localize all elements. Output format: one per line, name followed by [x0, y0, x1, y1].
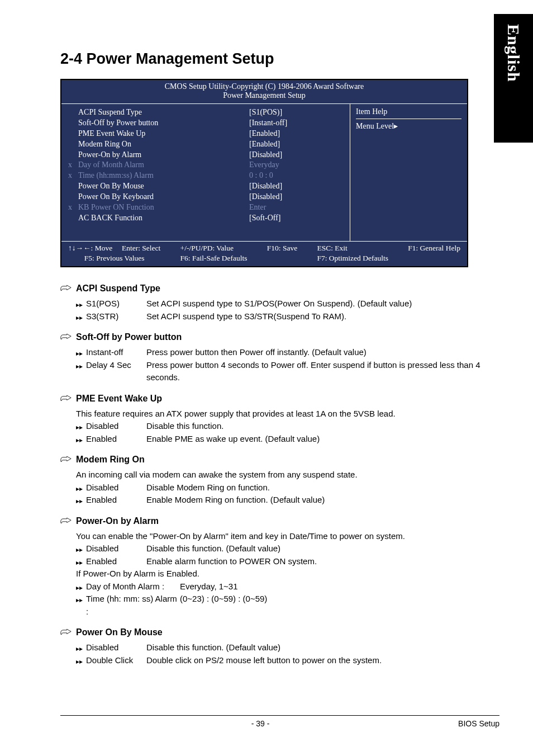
- bios-left-pane: ACPI Suspend Type[S1(POS)]Soft-Off by Po…: [61, 104, 350, 241]
- option-line: ▸▸DisabledDisable this function. (Defaul…: [76, 641, 499, 654]
- option-line: ▸▸Double ClickDouble click on PS/2 mouse…: [76, 654, 499, 667]
- bios-row-value: Everyday: [249, 160, 344, 171]
- double-arrow-icon: ▸▸: [76, 584, 83, 592]
- bios-row-value: [Enabled]: [249, 139, 344, 150]
- bios-row-value: 0 : 0 : 0: [249, 171, 344, 181]
- option-line: ▸▸Delay 4 SecPress power button 4 second…: [76, 359, 499, 384]
- bios-setting-row[interactable]: PME Event Wake Up[Enabled]: [68, 129, 344, 139]
- item-heading: Power On By Mouse: [60, 626, 499, 639]
- option-line: ▸▸EnabledEnable Modem Ring on function. …: [76, 494, 499, 507]
- item-note: You can enable the "Power-On by Alarm" i…: [76, 530, 499, 543]
- bios-setting-row[interactable]: Power On By Mouse[Disabled]: [68, 181, 344, 192]
- hand-pointer-icon: [60, 395, 72, 403]
- bios-row-value: [Disabled]: [249, 181, 344, 192]
- double-arrow-icon: ▸▸: [76, 596, 83, 604]
- option-desc: Disable this function. (Default value): [146, 641, 499, 654]
- option-desc: Double click on PS/2 mouse left button t…: [146, 654, 499, 667]
- item-heading: ACPI Suspend Type: [60, 282, 499, 295]
- bios-row-label: ACPI Suspend Type: [78, 107, 249, 118]
- double-arrow-icon: ▸▸: [76, 559, 83, 566]
- double-arrow-icon: ▸▸: [76, 645, 83, 653]
- bios-row-label: Soft-Off by Power button: [78, 118, 249, 129]
- bios-row-value: [S1(POS)]: [249, 107, 344, 118]
- bios-row-value: [Disabled]: [249, 150, 344, 160]
- bios-row-x: [68, 150, 78, 160]
- page-footer: - 39 - BIOS Setup: [60, 715, 499, 728]
- option-name: Enabled: [86, 433, 146, 446]
- double-arrow-icon: ▸▸: [76, 301, 83, 309]
- option-name: Disabled: [86, 542, 146, 555]
- option-name: Time (hh: mm: ss) Alarm :: [86, 593, 180, 618]
- bios-row-label: Power-On by Alarm: [78, 150, 249, 160]
- bios-row-label: Time (hh:mm:ss) Alarm: [78, 171, 249, 181]
- option-line: ▸▸DisabledDisable Modem Ring on function…: [76, 481, 499, 494]
- option-name: Disabled: [86, 420, 146, 433]
- option-name: Double Click: [86, 654, 146, 667]
- option-line: ▸▸S3(STR)Set ACPI suspend type to S3/STR…: [76, 310, 499, 323]
- option-desc: Press power button 4 seconds to Power of…: [146, 359, 499, 384]
- bios-row-x: [68, 181, 78, 192]
- bios-setting-row[interactable]: Power On By Keyboard[Disabled]: [68, 192, 344, 202]
- double-arrow-icon: ▸▸: [76, 349, 83, 357]
- double-arrow-icon: ▸▸: [76, 546, 83, 554]
- option-desc: Set ACPI suspend type to S3/STR(Suspend …: [146, 310, 499, 323]
- option-name: Enabled: [86, 494, 146, 507]
- double-arrow-icon: ▸▸: [76, 314, 83, 322]
- double-arrow-icon: ▸▸: [76, 485, 83, 493]
- bios-row-x: [68, 139, 78, 150]
- option-line: ▸▸Time (hh: mm: ss) Alarm :(0~23) : (0~5…: [76, 593, 499, 618]
- option-name: Disabled: [86, 481, 146, 494]
- bios-setting-row[interactable]: xTime (hh:mm:ss) Alarm0 : 0 : 0: [68, 171, 344, 181]
- hand-pointer-icon: [60, 517, 72, 525]
- bios-row-label: KB Power ON Function: [78, 202, 249, 213]
- option-line: ▸▸DisabledDisable this function. (Defaul…: [76, 542, 499, 555]
- item-title: ACPI Suspend Type: [76, 282, 160, 295]
- bios-row-x: [68, 213, 78, 224]
- bios-setting-row[interactable]: ACPI Suspend Type[S1(POS)]: [68, 107, 344, 118]
- option-name: S1(POS): [86, 297, 146, 310]
- option-desc: Disable Modem Ring on function.: [146, 481, 499, 494]
- bios-row-label: Day of Month Alarm: [78, 160, 249, 171]
- bios-setting-row[interactable]: AC BACK Function[Soft-Off]: [68, 213, 344, 224]
- option-line: ▸▸S1(POS)Set ACPI suspend type to S1/POS…: [76, 297, 499, 310]
- double-arrow-icon: ▸▸: [76, 497, 83, 505]
- option-desc: Disable this function.: [146, 420, 499, 433]
- item-title: Soft-Off by Power button: [76, 330, 182, 344]
- item-note: If Power-On by Alarm is Enabled.: [76, 568, 499, 580]
- bios-row-label: Power On By Keyboard: [78, 192, 249, 202]
- bios-row-label: Modem Ring On: [78, 139, 249, 150]
- bios-window: CMOS Setup Utility-Copyright (C) 1984-20…: [60, 79, 468, 267]
- option-name: Instant-off: [86, 346, 146, 359]
- option-name: Day of Month Alarm :: [86, 580, 180, 593]
- bios-right-pane: Item Help Menu Level▸: [350, 104, 467, 241]
- option-line: ▸▸Instant-offPress power button then Pow…: [76, 346, 499, 359]
- double-arrow-icon: ▸▸: [76, 658, 83, 665]
- item-heading: Modem Ring On: [60, 453, 499, 466]
- bios-help-menu-level: Menu Level▸: [356, 121, 461, 131]
- bios-setting-row[interactable]: xKB Power ON FunctionEnter: [68, 202, 344, 213]
- item-heading: Soft-Off by Power button: [60, 330, 499, 344]
- bios-row-x: x: [68, 160, 78, 171]
- bios-setting-row[interactable]: Modem Ring On[Enabled]: [68, 139, 344, 150]
- double-arrow-icon: ▸▸: [76, 362, 83, 370]
- option-line: ▸▸EnabledEnable PME as wake up event. (D…: [76, 433, 499, 446]
- item-note: This feature requires an ATX power suppl…: [76, 408, 499, 420]
- bios-setting-row[interactable]: xDay of Month AlarmEveryday: [68, 160, 344, 171]
- item-heading: PME Event Wake Up: [60, 392, 499, 405]
- section-title: 2-4 Power Management Setup: [60, 50, 499, 68]
- hand-pointer-icon: [60, 629, 72, 636]
- bios-setting-row[interactable]: Soft-Off by Power button[Instant-off]: [68, 118, 344, 129]
- option-desc: Everyday, 1~31: [180, 580, 499, 593]
- bios-setting-row[interactable]: Power-On by Alarm[Disabled]: [68, 150, 344, 160]
- bios-row-x: [68, 118, 78, 129]
- bios-help-title: Item Help: [356, 107, 461, 119]
- bios-row-x: [68, 107, 78, 118]
- item-title: Modem Ring On: [76, 453, 145, 466]
- bios-row-label: AC BACK Function: [78, 213, 249, 224]
- option-name: Delay 4 Sec: [86, 359, 146, 384]
- bios-row-label: PME Event Wake Up: [78, 129, 249, 139]
- description-body: ACPI Suspend Type▸▸S1(POS)Set ACPI suspe…: [60, 282, 499, 667]
- option-desc: Enable alarm function to POWER ON system…: [146, 555, 499, 568]
- bios-row-x: [68, 129, 78, 139]
- option-line: ▸▸EnabledEnable alarm function to POWER …: [76, 555, 499, 568]
